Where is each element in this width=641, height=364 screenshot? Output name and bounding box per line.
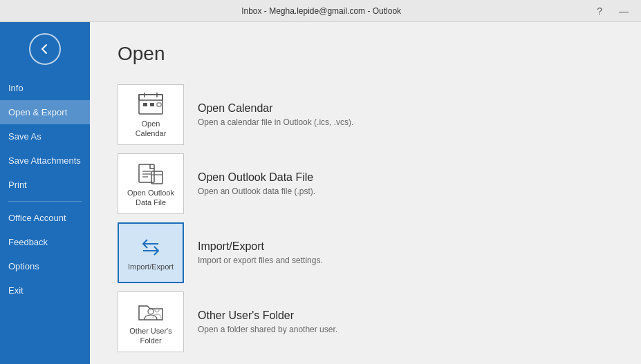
sidebar-item-exit[interactable]: Exit bbox=[0, 278, 90, 303]
import-export-icon-box[interactable]: Import/Export bbox=[118, 222, 184, 283]
other-users-folder-item: Other User'sFolder Other User's Folder O… bbox=[118, 289, 613, 355]
data-file-icon bbox=[137, 160, 165, 185]
open-calendar-icon-box[interactable]: OpenCalendar bbox=[118, 84, 184, 145]
title-bar: Inbox - Megha.lepide@gmail.com - Outlook… bbox=[0, 0, 641, 22]
other-users-folder-desc: Other User's Folder Open a folder shared… bbox=[198, 309, 337, 334]
content-area: Open Op bbox=[90, 22, 641, 364]
sidebar-item-open-export[interactable]: Open & Export bbox=[0, 100, 90, 124]
open-outlook-data-file-icon-box[interactable]: Open OutlookData File bbox=[118, 153, 184, 214]
sidebar-item-options[interactable]: Options bbox=[0, 254, 90, 278]
user-folder-icon bbox=[137, 298, 165, 323]
sidebar-divider bbox=[8, 201, 82, 202]
sidebar-item-office-account[interactable]: Office Account bbox=[0, 206, 90, 230]
page-title: Open bbox=[118, 43, 613, 65]
open-outlook-data-file-item: Open OutlookData File Open Outlook Data … bbox=[118, 151, 613, 217]
open-outlook-data-file-desc: Open Outlook Data File Open an Outlook d… bbox=[198, 171, 315, 196]
svg-rect-1 bbox=[139, 95, 162, 100]
svg-rect-4 bbox=[143, 103, 147, 106]
svg-point-14 bbox=[148, 309, 154, 314]
other-users-folder-label: Other User'sFolder bbox=[127, 326, 174, 346]
sidebar: Info Open & Export Save As Save Attachme… bbox=[0, 22, 90, 364]
title-bar-controls: ? — bbox=[593, 4, 633, 18]
svg-rect-6 bbox=[157, 103, 161, 106]
open-calendar-label: OpenCalendar bbox=[133, 119, 169, 139]
back-button[interactable] bbox=[29, 33, 61, 65]
sidebar-item-save-as[interactable]: Save As bbox=[0, 124, 90, 149]
minimize-button[interactable]: — bbox=[615, 4, 633, 18]
other-users-folder-icon-box[interactable]: Other User'sFolder bbox=[118, 291, 184, 352]
import-export-icon bbox=[137, 234, 165, 259]
sidebar-item-feedback[interactable]: Feedback bbox=[0, 230, 90, 254]
main-layout: Info Open & Export Save As Save Attachme… bbox=[0, 22, 641, 364]
title-bar-text: Inbox - Megha.lepide@gmail.com - Outlook bbox=[50, 6, 593, 16]
import-export-desc: Import/Export Import or export files and… bbox=[198, 240, 323, 265]
help-button[interactable]: ? bbox=[593, 4, 606, 18]
sidebar-item-save-attachments[interactable]: Save Attachments bbox=[0, 149, 90, 173]
sidebar-item-print[interactable]: Print bbox=[0, 173, 90, 197]
import-export-item: Import/Export Import/Export Import or ex… bbox=[118, 220, 613, 286]
import-export-label: Import/Export bbox=[125, 262, 176, 271]
open-calendar-item: OpenCalendar Open Calendar Open a calend… bbox=[118, 82, 613, 148]
calendar-icon bbox=[137, 91, 165, 116]
sidebar-item-info[interactable]: Info bbox=[0, 76, 90, 100]
items-grid: OpenCalendar Open Calendar Open a calend… bbox=[118, 82, 613, 355]
svg-rect-5 bbox=[150, 103, 154, 106]
open-calendar-desc: Open Calendar Open a calendar file in Ou… bbox=[198, 102, 353, 127]
open-outlook-data-file-label: Open OutlookData File bbox=[124, 188, 177, 208]
